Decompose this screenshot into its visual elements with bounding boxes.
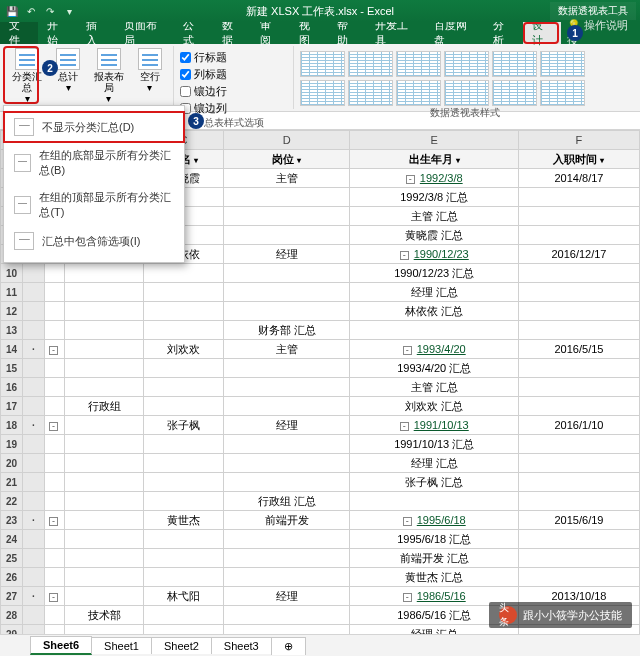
cell[interactable] — [518, 397, 639, 416]
cell[interactable]: 1995/6/18 汇总 — [350, 530, 518, 549]
cell[interactable] — [65, 321, 144, 340]
tab-帮助[interactable]: 帮助 — [328, 22, 366, 44]
cell[interactable] — [144, 606, 223, 625]
cell[interactable] — [65, 568, 144, 587]
cell[interactable]: 林依依 汇总 — [350, 302, 518, 321]
tab-数据[interactable]: 数据 — [213, 22, 251, 44]
sheet-tab[interactable]: Sheet3 — [211, 637, 272, 654]
cell[interactable]: 经理 汇总 — [350, 454, 518, 473]
cell[interactable] — [65, 416, 144, 435]
pivot-style[interactable] — [300, 80, 345, 106]
ribbon-btn[interactable]: 总计▾ — [51, 48, 86, 104]
tab-设计[interactable]: 设计 — [523, 22, 561, 44]
cell[interactable] — [223, 568, 350, 587]
cell[interactable] — [518, 321, 639, 340]
pivot-style[interactable] — [492, 51, 537, 77]
cell[interactable]: 黄世杰 — [144, 511, 223, 530]
cell[interactable] — [144, 549, 223, 568]
cell[interactable] — [65, 625, 144, 635]
cell[interactable]: 1993/4/20 汇总 — [350, 359, 518, 378]
pivot-style[interactable] — [540, 80, 585, 106]
cell[interactable] — [65, 473, 144, 492]
cell[interactable] — [144, 435, 223, 454]
cell[interactable] — [144, 264, 223, 283]
cell[interactable] — [65, 302, 144, 321]
add-sheet-button[interactable]: ⊕ — [271, 637, 306, 655]
tab-页面布局[interactable]: 页面布局 — [115, 22, 174, 44]
cell[interactable] — [223, 549, 350, 568]
cell[interactable]: 2014/8/17 — [518, 169, 639, 188]
field-header[interactable]: 岗位 ▾ — [223, 150, 350, 169]
cell[interactable]: 黄世杰 汇总 — [350, 568, 518, 587]
cell[interactable] — [350, 321, 518, 340]
cell[interactable] — [223, 302, 350, 321]
cell[interactable] — [223, 454, 350, 473]
cell[interactable]: - 1992/3/8 — [350, 169, 518, 188]
cell[interactable]: 2016/12/17 — [518, 245, 639, 264]
cell[interactable] — [65, 340, 144, 359]
cell[interactable]: 主管 汇总 — [350, 378, 518, 397]
cell[interactable] — [223, 625, 350, 635]
cell[interactable]: 经理 — [223, 587, 350, 606]
cell[interactable]: 1990/12/23 汇总 — [350, 264, 518, 283]
pivot-style[interactable] — [540, 51, 585, 77]
cell[interactable] — [223, 606, 350, 625]
dropdown-item[interactable]: 在组的底部显示所有分类汇总(B) — [4, 142, 184, 184]
sheet-tab[interactable]: Sheet1 — [91, 637, 152, 654]
cell[interactable]: - 1995/6/18 — [350, 511, 518, 530]
cell[interactable]: 前端开发 汇总 — [350, 549, 518, 568]
cell[interactable] — [223, 226, 350, 245]
cell[interactable] — [223, 188, 350, 207]
tab-百度网盘[interactable]: 百度网盘 — [425, 22, 484, 44]
cell[interactable] — [518, 473, 639, 492]
cell[interactable] — [144, 283, 223, 302]
dropdown-item[interactable]: 汇总中包含筛选项(I) — [4, 226, 184, 256]
cell[interactable] — [223, 397, 350, 416]
cell[interactable] — [223, 473, 350, 492]
cell[interactable] — [144, 530, 223, 549]
check-行标题[interactable]: 行标题 — [180, 50, 287, 65]
cell[interactable] — [65, 283, 144, 302]
cell[interactable] — [223, 264, 350, 283]
sheet-tab[interactable]: Sheet6 — [30, 636, 92, 655]
pivot-style[interactable] — [492, 80, 537, 106]
cell[interactable] — [65, 492, 144, 511]
cell[interactable] — [518, 302, 639, 321]
tab-公式[interactable]: 公式 — [174, 22, 212, 44]
cell[interactable] — [65, 359, 144, 378]
cell[interactable] — [144, 378, 223, 397]
cell[interactable]: 刘欢欢 汇总 — [350, 397, 518, 416]
cell[interactable] — [65, 435, 144, 454]
cell[interactable]: 2015/6/19 — [518, 511, 639, 530]
cell[interactable] — [144, 454, 223, 473]
cell[interactable] — [144, 359, 223, 378]
ribbon-btn[interactable]: 分类汇总▾ — [10, 48, 45, 104]
cell[interactable]: 行政组 — [65, 397, 144, 416]
undo-icon[interactable]: ↶ — [23, 3, 39, 19]
cell[interactable] — [144, 473, 223, 492]
tab-分析[interactable]: 分析 — [484, 22, 522, 44]
cell[interactable] — [223, 435, 350, 454]
cell[interactable] — [518, 492, 639, 511]
cell[interactable] — [518, 359, 639, 378]
pivot-style[interactable] — [396, 51, 441, 77]
redo-icon[interactable]: ↷ — [42, 3, 58, 19]
ribbon-btn[interactable]: 报表布局▾ — [92, 48, 127, 104]
cell[interactable]: 林弋阳 — [144, 587, 223, 606]
pivot-style[interactable] — [444, 51, 489, 77]
field-header[interactable]: 出生年月 ▾ — [350, 150, 518, 169]
cell[interactable]: - 1993/4/20 — [350, 340, 518, 359]
cell[interactable]: - 1990/12/23 — [350, 245, 518, 264]
tab-审阅[interactable]: 审阅 — [251, 22, 289, 44]
pivot-style[interactable] — [444, 80, 489, 106]
tab-文件[interactable]: 文件 — [0, 22, 38, 44]
cell[interactable]: 财务部 汇总 — [223, 321, 350, 340]
cell[interactable]: 张子枫 汇总 — [350, 473, 518, 492]
col-header[interactable]: F — [518, 131, 639, 150]
pivot-style[interactable] — [300, 51, 345, 77]
tab-开发工具[interactable]: 开发工具 — [366, 22, 425, 44]
tab-插入[interactable]: 插入 — [77, 22, 115, 44]
cell[interactable] — [65, 264, 144, 283]
check-镶边行[interactable]: 镶边行 — [180, 84, 287, 99]
cell[interactable]: 经理 — [223, 416, 350, 435]
